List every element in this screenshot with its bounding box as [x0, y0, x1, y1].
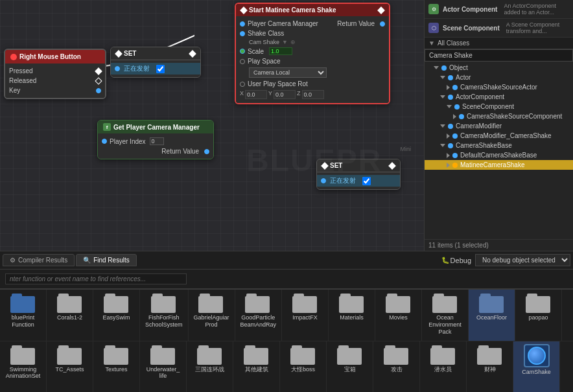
folder-icon-textures: [104, 344, 130, 365]
actor-component-row[interactable]: ⚙ Actor Component An ActorComponent adde…: [425, 0, 573, 19]
pin-play-space: Play Space: [236, 56, 389, 66]
folder-icon-paopao: [526, 292, 552, 313]
folder-back-pp: [526, 296, 550, 313]
user-play-space-label: User Play Space Rot: [248, 80, 308, 87]
cm-label: CameraModifier: [456, 122, 502, 130]
file-label-good: GoodParticleBeamAndRay: [240, 314, 277, 329]
folder-icon-easyswim: [104, 292, 130, 313]
file-label-swimming: SwimmingAnimationSet: [6, 366, 41, 380]
folder-back-gabriel: [198, 296, 223, 313]
file-item-three-kingdoms[interactable]: 三国连环战: [187, 341, 233, 393]
find-references-area: [0, 269, 573, 288]
node-set-1[interactable]: SET 正在发射: [110, 47, 201, 78]
folder-back-diver: [430, 348, 455, 365]
debug-dropdown[interactable]: No debug object selected: [475, 254, 570, 266]
tree-item-actor[interactable]: Actor: [425, 73, 573, 82]
csb-dot: [448, 143, 453, 148]
x-input[interactable]: [245, 90, 267, 99]
find-ref-input[interactable]: [5, 273, 187, 284]
file-item-camshake-asset[interactable]: CamShake: [513, 341, 560, 393]
mcs-dot: [452, 163, 458, 168]
player-index-input[interactable]: [150, 137, 164, 145]
file-item-chest[interactable]: 宝箱: [327, 341, 373, 393]
cam-shake-row: Cam Shake ▼ ⊕: [236, 38, 389, 46]
released-label: Released: [9, 77, 36, 84]
folder-icon-fish: [151, 292, 177, 313]
right-panel: ⚙ Actor Component An ActorComponent adde…: [424, 0, 573, 251]
file-item-tc-assets[interactable]: TC_Assets: [47, 341, 93, 393]
file-item-paopao[interactable]: paopao: [515, 290, 562, 341]
play-space-dropdown[interactable]: Camera Local World User Defined: [249, 67, 327, 78]
tree-item-csscomponent[interactable]: CameraShakeSourceComponent: [425, 111, 573, 121]
file-item-big-boss[interactable]: 大怪boss: [280, 341, 327, 393]
file-item-ocean[interactable]: OceanEnvironmentPack: [422, 290, 469, 341]
node-rmb-body: Pressed Released Key: [5, 63, 105, 98]
debug-label: Debug: [450, 257, 471, 264]
file-item-corals[interactable]: Corals1-2: [47, 290, 93, 341]
file-item-blueprint-function[interactable]: bluePrintFunction: [0, 290, 47, 341]
tree-item-camerashakebase[interactable]: CameraShakeBase: [425, 141, 573, 150]
set1-exec-in: [115, 50, 122, 57]
set1-label-row: 正在发射: [111, 63, 200, 75]
z-input[interactable]: [302, 90, 324, 99]
scene-component-row[interactable]: ⬡ Scene Component A Scene Component tran…: [425, 19, 573, 38]
blueprint-canvas[interactable]: Right Mouse Button Pressed Released Key: [0, 0, 424, 251]
file-item-materials[interactable]: Materials: [329, 290, 375, 341]
node-cam-shake[interactable]: Start Matinee Camera Shake Player Camera…: [235, 3, 390, 104]
file-item-textures[interactable]: Textures: [93, 341, 140, 393]
file-label-blueprint: bluePrintFunction: [12, 314, 35, 329]
file-item-oceanfloor[interactable]: OceanFloor: [469, 290, 515, 341]
folder-back-ocean: [432, 296, 457, 313]
userplayspace-pin: [240, 82, 245, 87]
file-item-easyswim[interactable]: EasySwim: [93, 290, 140, 341]
file-item-gabriel[interactable]: GabrielAguiarProd: [189, 290, 235, 341]
tree-item-defaultcsb[interactable]: DefaultCameraShakeBase: [425, 150, 573, 160]
tree-item-camerashake-source-actor[interactable]: CameraShakeSourceActor: [425, 82, 573, 92]
find-results-tab[interactable]: 🔍 Find Results: [76, 254, 137, 266]
file-item-diver[interactable]: 潜水员: [420, 341, 467, 393]
folder-back-atk: [384, 348, 408, 365]
folder-back-of: [479, 296, 504, 313]
scene-component-desc: A Scene Component transform and...: [506, 21, 569, 34]
file-item-impactfx[interactable]: ImpactFX: [282, 290, 329, 341]
y-input[interactable]: [274, 90, 296, 99]
file-label-gabriel: GabrielAguiarProd: [194, 314, 229, 329]
file-item-wealth-god[interactable]: 财神: [467, 341, 513, 393]
tree-item-scenecomponent[interactable]: SceneComponent: [425, 102, 573, 111]
compiler-results-tab[interactable]: ⚙ Compiler Results: [3, 254, 75, 266]
folder-icon-diver: [430, 344, 456, 365]
set1-exec-out: [189, 50, 196, 57]
file-item-attack[interactable]: 攻击: [373, 341, 420, 393]
file-label-impact: ImpactFX: [292, 314, 318, 321]
object-expand-icon: [434, 66, 439, 69]
folder-icon-oceanfloor: [479, 292, 505, 313]
node-right-mouse-button[interactable]: Right Mouse Button Pressed Released Key: [4, 49, 106, 99]
tree-item-matineecs[interactable]: MatineeCameraShake: [425, 160, 573, 170]
mini-label: Mini: [400, 146, 411, 152]
file-item-fishforfish[interactable]: FishForFishSchoolSystem: [140, 290, 189, 341]
sc-label: SceneComponent: [462, 103, 514, 110]
file-item-underwater[interactable]: Underwater_life: [140, 341, 187, 393]
file-item-other-buildings[interactable]: 其他建筑: [233, 341, 280, 393]
scale-pin: [240, 49, 245, 54]
file-item-movies[interactable]: Movies: [375, 290, 422, 341]
folder-icon-tc: [57, 344, 83, 365]
tree-item-actorcomponent[interactable]: ActorComponent: [425, 92, 573, 102]
pressed-label: Pressed: [9, 67, 33, 75]
node-get-player-cam[interactable]: f Get Player Camera Manager Player Index…: [97, 120, 214, 159]
tree-item-cmcs[interactable]: CameraModifier_CameraShake: [425, 131, 573, 141]
class-search-input[interactable]: [425, 49, 573, 62]
scale-input[interactable]: [269, 47, 292, 55]
file-item-goodparticle[interactable]: GoodParticleBeamAndRay: [235, 290, 283, 341]
ac-expand-icon: [440, 95, 445, 98]
scene-component-icon: ⬡: [428, 23, 439, 33]
tree-item-object[interactable]: Object: [425, 63, 573, 73]
tree-item-cameramodifier[interactable]: CameraModifier: [425, 121, 573, 131]
getcam-header: f Get Player Camera Manager: [98, 121, 213, 133]
actor-component-icon: ⚙: [428, 4, 439, 14]
folder-icon-swimming: [10, 344, 36, 365]
set1-checkbox[interactable]: [156, 65, 165, 73]
file-label-wg: 财神: [484, 366, 496, 373]
file-item-swimming[interactable]: SwimmingAnimationSet: [0, 341, 47, 393]
playercam-label: Player Camera Manager: [248, 20, 318, 27]
